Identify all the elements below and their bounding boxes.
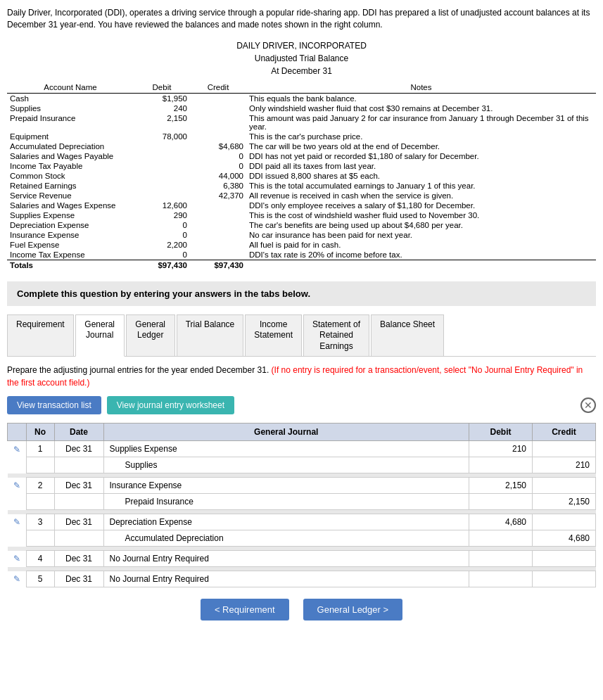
- tb-row: Supplies Expense290This is the cost of w…: [7, 210, 596, 220]
- tb-row: Service Revenue42,370All revenue is rece…: [7, 191, 596, 201]
- journal-row: Accumulated Depreciation4,680: [8, 530, 596, 547]
- tb-date: At December 31: [7, 65, 596, 77]
- tab-general-journal[interactable]: General Journal: [75, 314, 125, 357]
- tab-income-statement[interactable]: Income Statement: [245, 314, 302, 357]
- entry-number: [26, 530, 54, 547]
- prepare-text: Prepare the adjusting journal entries fo…: [7, 364, 596, 389]
- tab-trial-balance[interactable]: Trial Balance: [177, 314, 244, 357]
- view-transaction-button[interactable]: View transaction list: [7, 396, 101, 414]
- tb-debit-value: 78,000: [134, 132, 190, 141]
- entry-credit[interactable]: [533, 514, 596, 530]
- tb-notes-value: This is the car's purchase price.: [246, 132, 596, 141]
- edit-icon[interactable]: ✎: [8, 571, 27, 587]
- entry-credit[interactable]: [533, 551, 596, 567]
- tb-header-credit: Credit: [190, 82, 246, 94]
- tb-row: Cash$1,950This equals the bank balance.: [7, 93, 596, 103]
- th-edit: [8, 424, 27, 441]
- tb-debit-value: [134, 161, 190, 171]
- tab-requirement[interactable]: Requirement: [7, 314, 74, 357]
- tb-subtitle: Unadjusted Trial Balance: [7, 52, 596, 65]
- edit-icon[interactable]: ✎: [8, 514, 27, 530]
- edit-icon[interactable]: [8, 457, 27, 473]
- prev-button[interactable]: < Requirement: [201, 599, 289, 621]
- entry-debit[interactable]: 4,680: [469, 514, 533, 530]
- view-worksheet-button[interactable]: View journal entry worksheet: [107, 396, 234, 414]
- entry-debit[interactable]: 210: [469, 441, 533, 457]
- entry-credit[interactable]: 4,680: [533, 530, 596, 547]
- tb-notes-value: This amount was paid January 2 for car i…: [246, 113, 596, 132]
- tb-account-name: Accumulated Depreciation: [7, 141, 134, 151]
- tb-row: Salaries and Wages Expense12,600DDI's on…: [7, 201, 596, 210]
- instruction-box: Complete this question by entering your …: [7, 281, 596, 306]
- tb-debit-value: 290: [134, 210, 190, 220]
- entry-account[interactable]: Accumulated Depreciation: [103, 530, 469, 547]
- entry-credit[interactable]: 210: [533, 457, 596, 473]
- close-button[interactable]: ✕: [580, 397, 596, 413]
- edit-icon[interactable]: ✎: [8, 478, 27, 494]
- tb-credit-value: 6,380: [190, 181, 246, 191]
- entry-debit[interactable]: [469, 551, 533, 567]
- entry-account[interactable]: No Journal Entry Required: [103, 551, 469, 567]
- th-general-journal: General Journal: [103, 424, 469, 441]
- tb-row: Common Stock44,000DDI issued 8,800 share…: [7, 171, 596, 181]
- tb-debit-value: [134, 151, 190, 161]
- tb-title: DAILY DRIVER, INCORPORATED Unadjusted Tr…: [7, 39, 596, 77]
- tb-credit-value: 42,370: [190, 191, 246, 201]
- tab-balance-sheet[interactable]: Balance Sheet: [371, 314, 444, 357]
- entry-debit[interactable]: 2,150: [469, 478, 533, 494]
- tb-notes-value: Only windshield washer fluid that cost $…: [246, 103, 596, 113]
- edit-icon[interactable]: ✎: [8, 551, 27, 567]
- tab-retained-earnings[interactable]: Statement of Retained Earnings: [303, 314, 369, 357]
- edit-icon[interactable]: [8, 494, 27, 510]
- entry-debit[interactable]: [469, 494, 533, 510]
- entry-account[interactable]: Supplies: [103, 457, 469, 473]
- edit-icon[interactable]: [8, 530, 27, 547]
- entry-account[interactable]: Supplies Expense: [103, 441, 469, 457]
- tb-notes-value: DDI issued 8,800 shares at $5 each.: [246, 171, 596, 181]
- tb-row: Supplies240Only windshield washer fluid …: [7, 103, 596, 113]
- entry-debit[interactable]: [469, 571, 533, 587]
- tb-row: Fuel Expense2,200All fuel is paid for in…: [7, 240, 596, 250]
- th-date: Date: [54, 424, 103, 441]
- tb-account-name: Service Revenue: [7, 191, 134, 201]
- tb-account-name: Fuel Expense: [7, 240, 134, 250]
- next-button[interactable]: General Ledger >: [303, 599, 403, 621]
- tb-credit-value: [190, 230, 246, 240]
- tb-account-name: Prepaid Insurance: [7, 113, 134, 132]
- tb-account-name: Income Tax Expense: [7, 250, 134, 260]
- entry-account[interactable]: No Journal Entry Required: [103, 571, 469, 587]
- tb-debit-value: 2,200: [134, 240, 190, 250]
- tb-notes-value: All fuel is paid for in cash.: [246, 240, 596, 250]
- tb-row: Prepaid Insurance2,150This amount was pa…: [7, 113, 596, 132]
- tb-credit-value: $4,680: [190, 141, 246, 151]
- tb-credit-value: [190, 132, 246, 141]
- tb-row: Depreciation Expense0The car's benefits …: [7, 220, 596, 230]
- tb-debit-value: $1,950: [134, 93, 190, 103]
- tb-account-name: Totals: [7, 260, 134, 270]
- entry-debit[interactable]: [469, 457, 533, 473]
- entry-date: [54, 457, 103, 473]
- tb-account-name: Supplies Expense: [7, 210, 134, 220]
- entry-credit[interactable]: [533, 478, 596, 494]
- tb-account-name: Cash: [7, 93, 134, 103]
- th-debit: Debit: [469, 424, 533, 441]
- entry-number: 4: [26, 551, 54, 567]
- entry-credit[interactable]: [533, 441, 596, 457]
- edit-icon[interactable]: ✎: [8, 441, 27, 457]
- tb-row: Income Tax Payable0DDI paid all its taxe…: [7, 161, 596, 171]
- tb-credit-value: [190, 210, 246, 220]
- entry-credit[interactable]: 2,150: [533, 494, 596, 510]
- trial-balance-section: DAILY DRIVER, INCORPORATED Unadjusted Tr…: [7, 39, 596, 270]
- journal-row: ✎4Dec 31No Journal Entry Required: [8, 551, 596, 567]
- tb-row: Retained Earnings6,380This is the total …: [7, 181, 596, 191]
- journal-row: Prepaid Insurance2,150: [8, 494, 596, 510]
- entry-credit[interactable]: [533, 571, 596, 587]
- entry-account[interactable]: Insurance Expense: [103, 478, 469, 494]
- tb-credit-value: $97,430: [190, 260, 246, 270]
- entry-account[interactable]: Prepaid Insurance: [103, 494, 469, 510]
- tb-account-name: Supplies: [7, 103, 134, 113]
- entry-debit[interactable]: [469, 530, 533, 547]
- tab-general-ledger[interactable]: General Ledger: [126, 314, 175, 357]
- tb-notes-value: This is the cost of windshield washer fl…: [246, 210, 596, 220]
- entry-account[interactable]: Depreciation Expense: [103, 514, 469, 530]
